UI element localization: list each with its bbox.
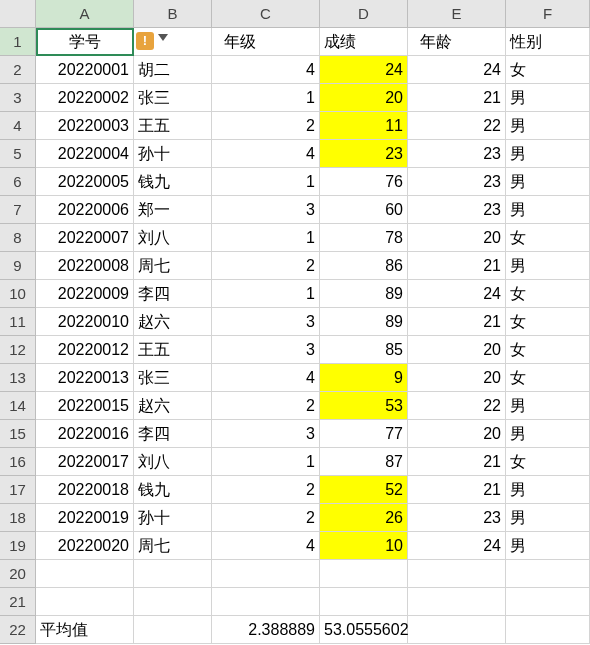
col-header-A[interactable]: A bbox=[36, 0, 134, 28]
cell-E2[interactable]: 24 bbox=[408, 56, 506, 84]
cell-B4[interactable]: 王五 bbox=[134, 112, 212, 140]
cell-D4[interactable]: 11 bbox=[320, 112, 408, 140]
cell-C12[interactable]: 3 bbox=[212, 336, 320, 364]
error-indicator-icon[interactable]: ! bbox=[136, 32, 154, 50]
cell-A3[interactable]: 20220002 bbox=[36, 84, 134, 112]
row-header-9[interactable]: 9 bbox=[0, 252, 36, 280]
cell-C1[interactable]: 年级 bbox=[212, 28, 320, 56]
cell-A13[interactable]: 20220013 bbox=[36, 364, 134, 392]
cell-C9[interactable]: 2 bbox=[212, 252, 320, 280]
cell-E13[interactable]: 20 bbox=[408, 364, 506, 392]
cell-E3[interactable]: 21 bbox=[408, 84, 506, 112]
cell-E15[interactable]: 20 bbox=[408, 420, 506, 448]
cell-A14[interactable]: 20220015 bbox=[36, 392, 134, 420]
cell-E14[interactable]: 22 bbox=[408, 392, 506, 420]
cell-C8[interactable]: 1 bbox=[212, 224, 320, 252]
cell-F8[interactable]: 女 bbox=[506, 224, 590, 252]
row-header-22[interactable]: 22 bbox=[0, 616, 36, 644]
cell-A7[interactable]: 20220006 bbox=[36, 196, 134, 224]
cell-E9[interactable]: 21 bbox=[408, 252, 506, 280]
select-all-corner[interactable] bbox=[0, 0, 36, 28]
cell-C15[interactable]: 3 bbox=[212, 420, 320, 448]
cell-F9[interactable]: 男 bbox=[506, 252, 590, 280]
cell-E16[interactable]: 21 bbox=[408, 448, 506, 476]
cell-C10[interactable]: 1 bbox=[212, 280, 320, 308]
row-header-4[interactable]: 4 bbox=[0, 112, 36, 140]
cell-D11[interactable]: 89 bbox=[320, 308, 408, 336]
cell-D16[interactable]: 87 bbox=[320, 448, 408, 476]
cell-C5[interactable]: 4 bbox=[212, 140, 320, 168]
cell-C14[interactable]: 2 bbox=[212, 392, 320, 420]
row-header-16[interactable]: 16 bbox=[0, 448, 36, 476]
cell-B2[interactable]: 胡二 bbox=[134, 56, 212, 84]
cell-D22[interactable]: 53.05556021.80333648467 bbox=[320, 616, 408, 644]
cell-A21[interactable] bbox=[36, 588, 134, 616]
row-header-14[interactable]: 14 bbox=[0, 392, 36, 420]
cell-F19[interactable]: 男 bbox=[506, 532, 590, 560]
cell-F1[interactable]: 性别 bbox=[506, 28, 590, 56]
cell-C18[interactable]: 2 bbox=[212, 504, 320, 532]
row-header-21[interactable]: 21 bbox=[0, 588, 36, 616]
cell-F14[interactable]: 男 bbox=[506, 392, 590, 420]
cell-D1[interactable]: 成绩 bbox=[320, 28, 408, 56]
cell-D3[interactable]: 20 bbox=[320, 84, 408, 112]
cell-C19[interactable]: 4 bbox=[212, 532, 320, 560]
cell-A15[interactable]: 20220016 bbox=[36, 420, 134, 448]
cell-D21[interactable] bbox=[320, 588, 408, 616]
row-header-10[interactable]: 10 bbox=[0, 280, 36, 308]
cell-B19[interactable]: 周七 bbox=[134, 532, 212, 560]
cell-B1[interactable]: ! bbox=[134, 28, 212, 56]
cell-E12[interactable]: 20 bbox=[408, 336, 506, 364]
row-header-15[interactable]: 15 bbox=[0, 420, 36, 448]
cell-F13[interactable]: 女 bbox=[506, 364, 590, 392]
row-header-2[interactable]: 2 bbox=[0, 56, 36, 84]
row-header-19[interactable]: 19 bbox=[0, 532, 36, 560]
cell-B5[interactable]: 孙十 bbox=[134, 140, 212, 168]
cell-A19[interactable]: 20220020 bbox=[36, 532, 134, 560]
cell-B6[interactable]: 钱九 bbox=[134, 168, 212, 196]
cell-E4[interactable]: 22 bbox=[408, 112, 506, 140]
cell-B14[interactable]: 赵六 bbox=[134, 392, 212, 420]
cell-F17[interactable]: 男 bbox=[506, 476, 590, 504]
cell-A4[interactable]: 20220003 bbox=[36, 112, 134, 140]
cell-D6[interactable]: 76 bbox=[320, 168, 408, 196]
cell-D8[interactable]: 78 bbox=[320, 224, 408, 252]
cell-C13[interactable]: 4 bbox=[212, 364, 320, 392]
cell-D12[interactable]: 85 bbox=[320, 336, 408, 364]
cell-F11[interactable]: 女 bbox=[506, 308, 590, 336]
cell-D14[interactable]: 53 bbox=[320, 392, 408, 420]
cell-C22[interactable]: 2.388889 bbox=[212, 616, 320, 644]
cell-F16[interactable]: 女 bbox=[506, 448, 590, 476]
cell-F10[interactable]: 女 bbox=[506, 280, 590, 308]
col-header-D[interactable]: D bbox=[320, 0, 408, 28]
cell-E5[interactable]: 23 bbox=[408, 140, 506, 168]
cell-C6[interactable]: 1 bbox=[212, 168, 320, 196]
row-header-6[interactable]: 6 bbox=[0, 168, 36, 196]
cell-B13[interactable]: 张三 bbox=[134, 364, 212, 392]
cell-B11[interactable]: 赵六 bbox=[134, 308, 212, 336]
cell-D7[interactable]: 60 bbox=[320, 196, 408, 224]
col-header-C[interactable]: C bbox=[212, 0, 320, 28]
cell-D20[interactable] bbox=[320, 560, 408, 588]
cell-A5[interactable]: 20220004 bbox=[36, 140, 134, 168]
cell-D2[interactable]: 24 bbox=[320, 56, 408, 84]
row-header-7[interactable]: 7 bbox=[0, 196, 36, 224]
cell-A10[interactable]: 20220009 bbox=[36, 280, 134, 308]
cell-D19[interactable]: 10 bbox=[320, 532, 408, 560]
cell-E22[interactable] bbox=[408, 616, 506, 644]
cell-B22[interactable] bbox=[134, 616, 212, 644]
cell-B7[interactable]: 郑一 bbox=[134, 196, 212, 224]
cell-B8[interactable]: 刘八 bbox=[134, 224, 212, 252]
cell-B9[interactable]: 周七 bbox=[134, 252, 212, 280]
cell-E6[interactable]: 23 bbox=[408, 168, 506, 196]
col-header-B[interactable]: B bbox=[134, 0, 212, 28]
cell-A20[interactable] bbox=[36, 560, 134, 588]
cell-C17[interactable]: 2 bbox=[212, 476, 320, 504]
cell-E11[interactable]: 21 bbox=[408, 308, 506, 336]
cell-A12[interactable]: 20220012 bbox=[36, 336, 134, 364]
cell-A16[interactable]: 20220017 bbox=[36, 448, 134, 476]
cell-E19[interactable]: 24 bbox=[408, 532, 506, 560]
cell-F2[interactable]: 女 bbox=[506, 56, 590, 84]
cell-A22[interactable]: 平均值 bbox=[36, 616, 134, 644]
cell-F22[interactable] bbox=[506, 616, 590, 644]
